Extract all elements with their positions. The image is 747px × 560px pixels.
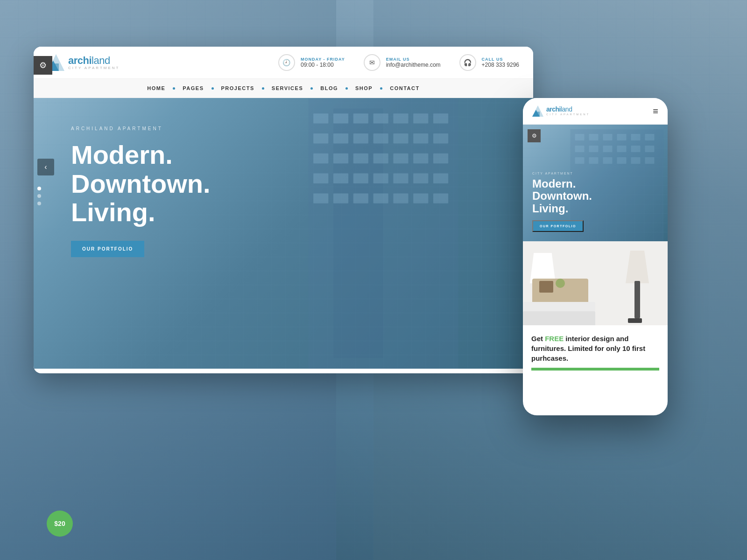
mobile-logo[interactable]: archiland CITY APARTMENT <box>532 105 590 117</box>
mobile-promo-text: Get FREE interior design and furnitures.… <box>523 325 668 379</box>
phone-value: +208 333 9296 <box>482 62 519 68</box>
mobile-green-bar <box>531 368 659 371</box>
mobile-hero-cta-button[interactable]: OUR PORTFOLIO <box>532 220 584 232</box>
promo-text-before: Get <box>531 335 545 343</box>
hero-section: ARCHILAND APARTMENT Modern. Downtown. Li… <box>34 98 533 369</box>
hero-title-line3: Living. <box>71 198 496 227</box>
mobile-logo-prefix: archi <box>546 105 561 113</box>
furniture-scene <box>523 241 668 325</box>
right-lamp-base <box>634 281 640 318</box>
email-info: ✉ EMAIL US info@architheme.com <box>364 54 441 71</box>
mobile-settings-button[interactable]: ⚙ <box>528 129 541 142</box>
nav-services[interactable]: SERVICES <box>269 85 306 91</box>
svg-rect-57 <box>589 157 599 164</box>
nav-projects[interactable]: PROJECTS <box>218 85 257 91</box>
nav-blog[interactable]: BLOG <box>317 85 341 91</box>
svg-rect-59 <box>617 157 627 164</box>
mobile-hero-line2: Downtown. <box>532 190 592 202</box>
nav-separator-6 <box>380 87 382 90</box>
nav-separator-2 <box>211 87 214 90</box>
slide-indicator-3[interactable] <box>37 202 41 205</box>
svg-rect-44 <box>575 134 585 140</box>
hamburger-menu-button[interactable]: ≡ <box>653 106 658 117</box>
promo-free-word: FREE <box>545 335 564 343</box>
prev-slide-button[interactable]: ‹ <box>37 159 54 175</box>
hero-title: Modern. Downtown. Living. <box>71 140 496 227</box>
svg-rect-52 <box>603 146 613 152</box>
slide-indicator-2[interactable] <box>37 194 41 198</box>
phone-text: CALL US +208 333 9296 <box>482 57 519 68</box>
svg-rect-45 <box>589 134 599 140</box>
phone-icon: 🎧 <box>459 54 476 71</box>
svg-rect-48 <box>631 134 641 140</box>
mobile-logo-tagline: CITY APARTMENT <box>546 113 590 116</box>
email-value: info@architheme.com <box>386 62 441 68</box>
svg-rect-56 <box>575 157 585 164</box>
phone-label: CALL US <box>482 57 519 62</box>
nav-separator-5 <box>345 87 348 90</box>
header-info: 🕘 MONDAY - FRIDAY 09:00 - 18:00 ✉ EMAIL … <box>278 54 519 71</box>
mobile-hero-title: Modern. Downtown. Living. <box>532 178 592 215</box>
hero-title-line2: Downtown. <box>71 169 496 198</box>
nav-shop[interactable]: SHOP <box>352 85 375 91</box>
mobile-hero-line1: Modern. <box>532 178 592 190</box>
svg-rect-50 <box>575 146 585 152</box>
svg-rect-54 <box>631 146 641 152</box>
price-badge: $20 <box>47 511 73 537</box>
nav-separator-4 <box>310 87 313 90</box>
svg-rect-55 <box>645 146 655 152</box>
header-topbar: archiland CITY APARTMENT 🕘 MONDAY - FRID… <box>34 47 533 79</box>
mobile-promo-message: Get FREE interior design and furnitures.… <box>531 334 659 363</box>
logo-suffix: land <box>92 55 110 66</box>
logo-tagline: CITY APARTMENT <box>68 66 120 70</box>
svg-rect-53 <box>617 146 627 152</box>
svg-rect-58 <box>603 157 613 164</box>
mobile-mockup: archiland CITY APARTMENT ≡ <box>523 98 668 415</box>
desktop-mockup: archiland CITY APARTMENT 🕘 MONDAY - FRID… <box>34 47 533 373</box>
nav-home[interactable]: HOME <box>144 85 168 91</box>
hero-title-line1: Modern. <box>71 140 496 169</box>
chevron-left-icon: ‹ <box>44 163 47 171</box>
nav-bar: HOME PAGES PROJECTS SERVICES BLOG SHOP C… <box>34 79 533 98</box>
hero-cta-button[interactable]: OUR PORTFOLIO <box>71 241 144 257</box>
svg-rect-61 <box>645 157 655 164</box>
email-text: EMAIL US info@architheme.com <box>386 57 441 68</box>
mobile-logo-icon <box>532 105 543 117</box>
hero-subtitle: ARCHILAND APARTMENT <box>71 126 496 131</box>
mobile-hero-line3: Living. <box>532 203 592 215</box>
mobile-interior-image <box>523 241 668 325</box>
nav-pages[interactable]: PAGES <box>180 85 206 91</box>
clock-icon: 🕘 <box>278 54 295 71</box>
logo-name: archiland <box>68 55 120 66</box>
hours-label: MONDAY - FRIDAY <box>301 57 345 62</box>
mobile-logo-suffix: land <box>561 105 572 113</box>
couch-seat <box>523 302 595 311</box>
hours-info: 🕘 MONDAY - FRIDAY 09:00 - 18:00 <box>278 54 345 71</box>
svg-rect-42 <box>536 112 540 117</box>
hours-text: MONDAY - FRIDAY 09:00 - 18:00 <box>301 57 345 68</box>
svg-rect-51 <box>589 146 599 152</box>
nav-separator-1 <box>173 87 175 90</box>
couch-base <box>523 311 595 325</box>
gear-icon: ⚙ <box>39 60 47 70</box>
slide-indicator-group <box>37 187 41 205</box>
phone-info: 🎧 CALL US +208 333 9296 <box>459 54 519 71</box>
price-label: $20 <box>54 520 65 527</box>
mobile-header: archiland CITY APARTMENT ≡ <box>523 98 668 125</box>
logo-prefix: archi <box>68 55 92 66</box>
settings-button[interactable]: ⚙ <box>34 56 52 75</box>
mobile-gear-icon: ⚙ <box>532 133 537 139</box>
slide-indicator-1[interactable] <box>37 187 41 190</box>
nav-contact[interactable]: CONTACT <box>387 85 422 91</box>
email-icon: ✉ <box>364 54 381 71</box>
right-lamp-shade <box>626 251 649 283</box>
lamp-foot <box>628 318 642 323</box>
mobile-logo-name: archiland <box>546 106 590 113</box>
plant <box>556 279 565 288</box>
logo[interactable]: archiland CITY APARTMENT <box>48 54 120 71</box>
logo-text: archiland CITY APARTMENT <box>68 55 120 70</box>
svg-rect-2 <box>54 63 59 71</box>
svg-rect-60 <box>631 157 641 164</box>
svg-rect-49 <box>645 134 655 140</box>
hours-value: 09:00 - 18:00 <box>301 62 345 68</box>
